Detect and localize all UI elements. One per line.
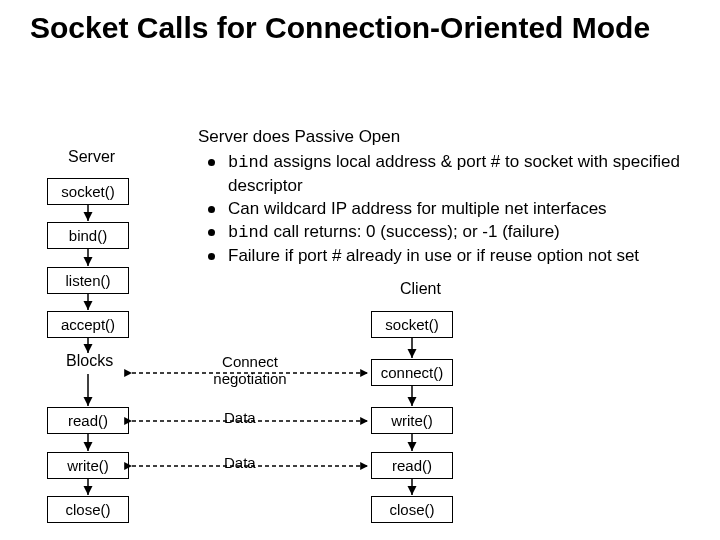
server-read-box: read() bbox=[47, 407, 129, 434]
server-listen-box: listen() bbox=[47, 267, 129, 294]
bullet-3: bind call returns: 0 (success); or -1 (f… bbox=[206, 221, 698, 245]
server-column-label: Server bbox=[68, 148, 115, 166]
client-read-box: read() bbox=[371, 452, 453, 479]
bullet-heading: Server does Passive Open bbox=[198, 126, 698, 149]
client-close-box: close() bbox=[371, 496, 453, 523]
blocks-label: Blocks bbox=[66, 352, 113, 370]
bullet-1-code: bind bbox=[228, 153, 269, 172]
client-connect-box: connect() bbox=[371, 359, 453, 386]
server-socket-box: socket() bbox=[47, 178, 129, 205]
connect-negotiation-label: Connect negotiation bbox=[190, 353, 310, 387]
data-label-2: Data bbox=[224, 454, 256, 471]
bullet-2: Can wildcard IP address for multiple net… bbox=[206, 198, 698, 221]
data-label-1: Data bbox=[224, 409, 256, 426]
client-column-label: Client bbox=[400, 280, 441, 298]
server-write-box: write() bbox=[47, 452, 129, 479]
bullet-1-text: assigns local address & port # to socket… bbox=[228, 152, 680, 195]
page-title: Socket Calls for Connection-Oriented Mod… bbox=[30, 10, 650, 46]
server-accept-box: accept() bbox=[47, 311, 129, 338]
server-bind-box: bind() bbox=[47, 222, 129, 249]
bullet-3-code: bind bbox=[228, 223, 269, 242]
server-close-box: close() bbox=[47, 496, 129, 523]
bullet-1: bind assigns local address & port # to s… bbox=[206, 151, 698, 198]
client-socket-box: socket() bbox=[371, 311, 453, 338]
bullet-3-text: call returns: 0 (success); or -1 (failur… bbox=[269, 222, 560, 241]
bullet-4: Failure if port # already in use or if r… bbox=[206, 245, 698, 268]
bullet-block: Server does Passive Open bind assigns lo… bbox=[198, 126, 698, 268]
client-write-box: write() bbox=[371, 407, 453, 434]
